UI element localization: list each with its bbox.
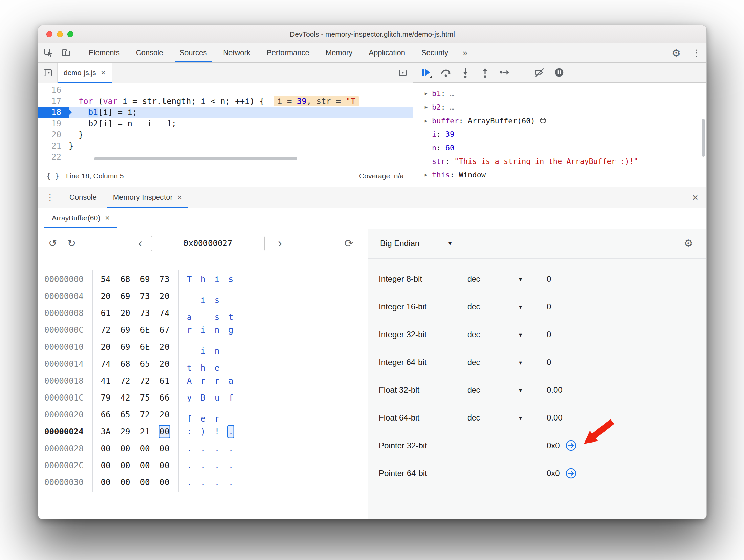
hex-byte[interactable]: 20 — [100, 340, 111, 354]
refresh-icon[interactable]: ⟳ — [344, 235, 353, 252]
hex-byte[interactable]: 72 — [139, 374, 151, 388]
hex-byte[interactable]: 72 — [100, 323, 111, 337]
hex-byte[interactable]: 00 — [139, 459, 151, 472]
hex-row[interactable]: 0000002066657220fer — [38, 406, 368, 423]
ascii-char[interactable]: . — [200, 459, 206, 472]
hex-byte[interactable]: 41 — [100, 374, 111, 388]
debugger-overlay-icon[interactable] — [398, 63, 408, 83]
inspect-element-icon[interactable] — [41, 45, 56, 60]
ascii-char[interactable]: B — [200, 391, 206, 405]
hex-byte[interactable]: 67 — [159, 323, 170, 337]
address-input[interactable] — [151, 236, 265, 251]
ascii-char[interactable] — [186, 340, 193, 354]
hex-byte[interactable]: 69 — [119, 340, 131, 354]
hex-byte[interactable]: 69 — [119, 289, 131, 303]
hex-byte[interactable]: 69 — [119, 323, 131, 337]
hex-row[interactable]: 0000000420697320 is — [38, 288, 368, 305]
ascii-char[interactable]: . — [227, 425, 234, 438]
hex-byte[interactable]: 21 — [139, 425, 151, 438]
hex-byte[interactable]: 66 — [100, 408, 111, 422]
hex-byte[interactable]: 6E — [139, 323, 151, 337]
hex-byte[interactable]: 00 — [119, 459, 131, 472]
format-select[interactable]: dec▾ — [467, 386, 547, 395]
ascii-char[interactable]: A — [186, 374, 193, 388]
ascii-char[interactable]: s — [227, 273, 234, 286]
ascii-char[interactable]: i — [200, 323, 206, 337]
ascii-char[interactable]: . — [227, 459, 234, 472]
hex-byte[interactable]: 42 — [119, 391, 131, 405]
ascii-char[interactable] — [227, 289, 234, 303]
hex-byte[interactable]: 00 — [139, 476, 151, 489]
line-number[interactable]: 22 — [38, 152, 69, 163]
hex-byte[interactable]: 20 — [119, 306, 131, 320]
close-icon[interactable]: × — [101, 68, 106, 78]
disclosure-triangle-icon[interactable]: ▶ — [420, 172, 432, 177]
ascii-char[interactable]: . — [227, 476, 234, 489]
hex-byte[interactable]: 20 — [159, 408, 170, 422]
disclosure-triangle-icon[interactable]: ▶ — [420, 118, 432, 123]
navigator-toggle-icon[interactable] — [38, 68, 57, 78]
disclosure-triangle-icon[interactable]: ▶ — [420, 91, 432, 96]
ascii-char[interactable]: h — [200, 273, 206, 286]
ascii-char[interactable]: . — [214, 459, 220, 472]
ascii-char[interactable]: ) — [200, 425, 206, 438]
hex-byte[interactable]: 00 — [100, 442, 111, 455]
close-window-button[interactable] — [46, 31, 52, 37]
hex-byte[interactable]: 73 — [139, 306, 151, 320]
ascii-char[interactable]: y — [186, 391, 193, 405]
ascii-char[interactable]: . — [214, 476, 220, 489]
hex-byte[interactable]: 20 — [159, 289, 170, 303]
hex-byte[interactable]: 54 — [100, 273, 111, 286]
settings-gear-icon[interactable]: ⚙ — [665, 47, 687, 59]
format-select[interactable]: dec▾ — [467, 413, 547, 423]
hex-byte[interactable]: 00 — [100, 459, 111, 472]
hex-byte[interactable]: 75 — [139, 391, 151, 405]
buffer-tab-arraybuffer[interactable]: ArrayBuffer(60) × — [44, 208, 117, 228]
resume-script-icon[interactable] — [420, 67, 432, 78]
close-icon[interactable]: × — [177, 193, 182, 202]
hex-byte[interactable]: 00 — [159, 476, 170, 489]
code-editor[interactable]: 1617 for (var i = str.length; i < n; ++i… — [38, 83, 413, 164]
tab-console[interactable]: Console — [128, 43, 172, 62]
line-number[interactable]: 19 — [38, 118, 69, 129]
scope-row[interactable]: ▶b2: … — [413, 100, 706, 114]
tab-application[interactable]: Application — [360, 43, 413, 62]
minimize-window-button[interactable] — [57, 31, 63, 37]
step-over-icon[interactable] — [440, 67, 452, 78]
memory-icon[interactable] — [539, 116, 547, 125]
line-number[interactable]: 18 — [38, 107, 69, 118]
hex-byte[interactable]: 68 — [119, 273, 131, 286]
ascii-char[interactable]: ! — [214, 425, 220, 438]
ascii-char[interactable]: i — [214, 273, 220, 286]
scope-row[interactable]: ▶str: "This is a string in the ArrayBuff… — [413, 154, 706, 168]
more-panels-button[interactable]: » — [456, 48, 473, 58]
format-select[interactable]: dec▾ — [467, 302, 547, 311]
close-icon[interactable]: × — [105, 213, 110, 223]
scope-row[interactable]: ▶buffer: ArrayBuffer(60) — [413, 114, 706, 127]
hex-byte[interactable]: 61 — [159, 374, 170, 388]
ascii-char[interactable]: . — [186, 459, 193, 472]
main-menu-kebab-icon[interactable]: ⋮ — [687, 48, 706, 58]
line-number[interactable]: 20 — [38, 129, 69, 141]
hex-byte[interactable]: 65 — [139, 357, 151, 371]
ascii-char[interactable]: : — [186, 425, 193, 438]
drawer-tab-console[interactable]: Console — [61, 187, 105, 208]
ascii-char[interactable]: . — [214, 442, 220, 455]
hex-row[interactable]: 0000002800000000.... — [38, 440, 368, 457]
hex-byte[interactable]: 61 — [100, 306, 111, 320]
format-select[interactable]: dec▾ — [467, 358, 547, 367]
ascii-char[interactable]: g — [227, 323, 234, 337]
hex-byte[interactable]: 00 — [139, 442, 151, 455]
ascii-char[interactable] — [186, 289, 193, 303]
drawer-kebab-icon[interactable]: ⋮ — [46, 192, 54, 203]
hex-byte[interactable]: 20 — [100, 289, 111, 303]
hex-byte[interactable]: 73 — [139, 289, 151, 303]
ascii-char[interactable]: a — [227, 374, 234, 388]
disclosure-triangle-icon[interactable]: ▶ — [420, 104, 432, 110]
deactivate-breakpoints-icon[interactable] — [534, 67, 545, 78]
tab-performance[interactable]: Performance — [259, 43, 318, 62]
ascii-char[interactable]: . — [200, 476, 206, 489]
step-icon[interactable] — [499, 67, 510, 78]
drawer-tab-memory-inspector[interactable]: Memory Inspector × — [105, 187, 190, 208]
hex-byte[interactable]: 00 — [159, 425, 170, 438]
